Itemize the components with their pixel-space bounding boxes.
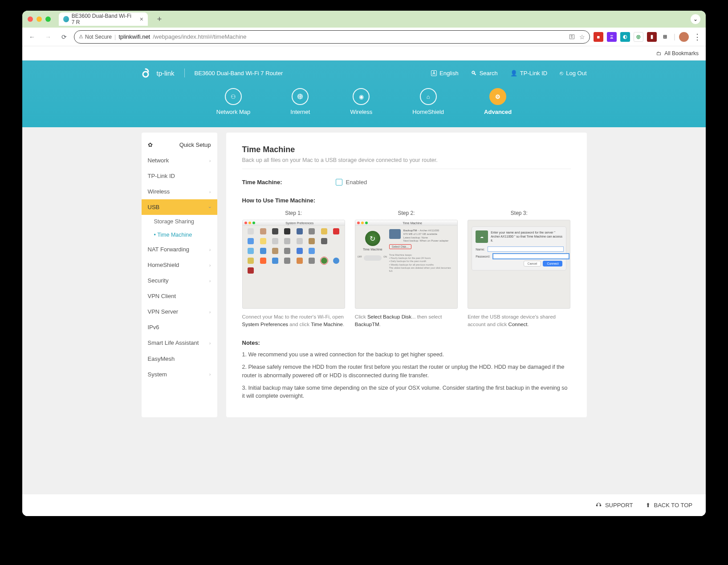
enabled-checkbox[interactable] [336, 179, 342, 186]
password-key-icon[interactable]: ⚿ [569, 33, 575, 40]
search-icon: 🔍︎ [471, 70, 477, 77]
tplink-id-button[interactable]: 👤TP-Link ID [510, 70, 547, 77]
extension-icon[interactable]: ▮ [647, 32, 657, 42]
chevron-right-icon: › [209, 340, 211, 346]
howto-heading: How to Use Time Machine: [242, 197, 571, 204]
page-footer: 🎧︎SUPPORT ⬆BACK TO TOP [22, 494, 706, 516]
headset-icon: 🎧︎ [596, 502, 602, 508]
tab-title: BE3600 Dual-Band Wi-Fi 7 R [72, 13, 135, 25]
browser-tab[interactable]: BE3600 Dual-Band Wi-Fi 7 R × [59, 12, 148, 26]
note-2: 2. Please safely remove the HDD from the… [242, 363, 571, 379]
note-1: 1. We recommend you use a wired connecti… [242, 351, 571, 359]
minimize-window-icon[interactable] [37, 16, 42, 22]
sidebar-vpn-server[interactable]: VPN Server› [142, 304, 217, 319]
notes-heading: Notes: [242, 339, 571, 346]
product-name: BE3600 Dual-Band Wi-Fi 7 Router [195, 70, 283, 77]
time-machine-icon: ↻ [365, 231, 380, 246]
tab-network-map[interactable]: ⚇Network Map [216, 88, 251, 115]
arrow-up-icon: ⬆ [646, 502, 651, 508]
sidebar-tplink-id[interactable]: TP-Link ID [142, 168, 217, 184]
tab-close-icon[interactable]: × [140, 16, 143, 23]
browser-window: BE3600 Dual-Band Wi-Fi 7 R × + ⌄ ← → ⟳ N… [22, 11, 706, 516]
url-host: tplinkwifi.net [118, 33, 150, 40]
back-button[interactable]: ← [26, 31, 38, 43]
search-button[interactable]: 🔍︎Search [471, 70, 498, 77]
tab-advanced[interactable]: ⚙Advanced [484, 88, 512, 115]
page-title: Time Machine [242, 145, 571, 154]
all-bookmarks-button[interactable]: 🗀 All Bookmarks [656, 50, 699, 56]
new-tab-button[interactable]: + [153, 13, 166, 25]
favicon-icon [63, 16, 69, 22]
main-nav: ⚇Network Map 🌐︎Internet ◉Wireless ⌂HomeS… [137, 85, 591, 115]
logout-button[interactable]: ⎋Log Out [560, 70, 586, 77]
extension-icon[interactable]: ◎ [634, 32, 643, 42]
language-button[interactable]: AEnglish [431, 70, 458, 77]
sidebar-homeshield[interactable]: HomeShield› [142, 257, 217, 273]
chevron-right-icon: › [209, 309, 211, 315]
svg-point-0 [143, 72, 148, 77]
titlebar: BE3600 Dual-Band Wi-Fi 7 R × + ⌄ [22, 11, 706, 28]
chevron-right-icon: › [209, 247, 211, 252]
main-content: Time Machine Back up all files on your M… [226, 133, 587, 417]
password-input [493, 254, 569, 259]
site-header: tp-link BE3600 Dual-Band Wi-Fi 7 Router … [22, 61, 706, 127]
bookmark-star-icon[interactable]: ☆ [579, 33, 585, 40]
close-window-icon[interactable] [28, 16, 33, 22]
wifi-icon: ◉ [359, 93, 364, 100]
sidebar-smart-life[interactable]: Smart Life Assistant› [142, 335, 217, 351]
sidebar-nat[interactable]: NAT Forwarding› [142, 242, 217, 257]
sidebar: ✿Quick Setup Network› TP-Link ID Wireles… [142, 133, 217, 417]
tab-wireless[interactable]: ◉Wireless [350, 88, 372, 115]
sidebar-easymesh[interactable]: EasyMesh [142, 351, 217, 367]
note-3: 3. Initial backup may take some time dep… [242, 384, 571, 400]
brand: tp-link BE3600 Dual-Band Wi-Fi 7 Router [142, 68, 283, 78]
not-secure-badge[interactable]: Not Secure [79, 34, 112, 40]
network-map-icon: ⚇ [231, 93, 236, 100]
step-1: Step 1: System Preferences Connec [242, 210, 345, 328]
profile-avatar-icon[interactable] [679, 32, 689, 42]
sidebar-vpn-client[interactable]: VPN Client [142, 288, 217, 304]
maximize-window-icon[interactable] [45, 16, 51, 22]
logout-icon: ⎋ [560, 70, 563, 77]
name-input [488, 246, 564, 252]
extensions-puzzle-icon[interactable]: ⊞ [660, 32, 670, 42]
time-machine-field-label: Time Machine: [242, 179, 336, 186]
extension-icon[interactable]: ◐ [620, 32, 630, 42]
extension-icon[interactable]: ■ [594, 32, 603, 42]
forward-button[interactable]: → [42, 31, 54, 43]
chevron-right-icon: › [209, 278, 211, 283]
page-subtitle: Back up all files on your Mac to a USB s… [242, 157, 571, 169]
sidebar-wireless[interactable]: Wireless› [142, 184, 217, 199]
all-bookmarks-label: All Bookmarks [664, 50, 699, 56]
step-1-label: Step 1: [242, 210, 345, 216]
sidebar-system[interactable]: System› [142, 367, 217, 382]
enabled-label: Enabled [346, 179, 367, 186]
titlebar-menu-icon[interactable]: ⌄ [691, 14, 700, 24]
sidebar-quick-setup[interactable]: ✿Quick Setup [142, 137, 217, 153]
browser-toolbar: ← → ⟳ Not Secure | tplinkwifi.net/webpag… [22, 28, 706, 46]
sidebar-time-machine[interactable]: Time Machine [142, 228, 217, 242]
sidebar-storage-sharing[interactable]: Storage Sharing [142, 215, 217, 228]
support-button[interactable]: 🎧︎SUPPORT [596, 502, 633, 508]
shield-icon: ⌂ [427, 93, 430, 100]
extension-icons: ■ Ξ ◐ ◎ ▮ ⊞ | ⋮ [594, 32, 702, 42]
folder-icon: 🗀 [656, 50, 662, 56]
reload-button[interactable]: ⟳ [58, 31, 70, 43]
tab-internet[interactable]: 🌐︎Internet [290, 88, 310, 115]
browser-menu-icon[interactable]: ⋮ [692, 32, 702, 42]
tab-homeshield[interactable]: ⌂HomeShield [412, 88, 444, 115]
step-2-label: Step 2: [355, 210, 458, 216]
url-path: /webpages/index.html#/timeMachine [153, 33, 246, 40]
language-icon: A [431, 70, 437, 76]
sidebar-usb[interactable]: USB› [142, 199, 217, 215]
step-2: Step 2: Time Machine ↻ Time Machine OFFO… [355, 210, 458, 328]
chevron-down-icon: › [207, 206, 213, 208]
extension-icon[interactable]: Ξ [607, 32, 617, 42]
server-icon: ☁ [476, 230, 488, 243]
back-to-top-button[interactable]: ⬆BACK TO TOP [646, 502, 692, 508]
sidebar-security[interactable]: Security› [142, 273, 217, 288]
sidebar-ipv6[interactable]: IPv6 [142, 319, 217, 335]
address-bar[interactable]: Not Secure | tplinkwifi.net/webpages/ind… [74, 30, 590, 44]
gear-icon: ✿ [148, 141, 153, 148]
sidebar-network[interactable]: Network› [142, 153, 217, 168]
